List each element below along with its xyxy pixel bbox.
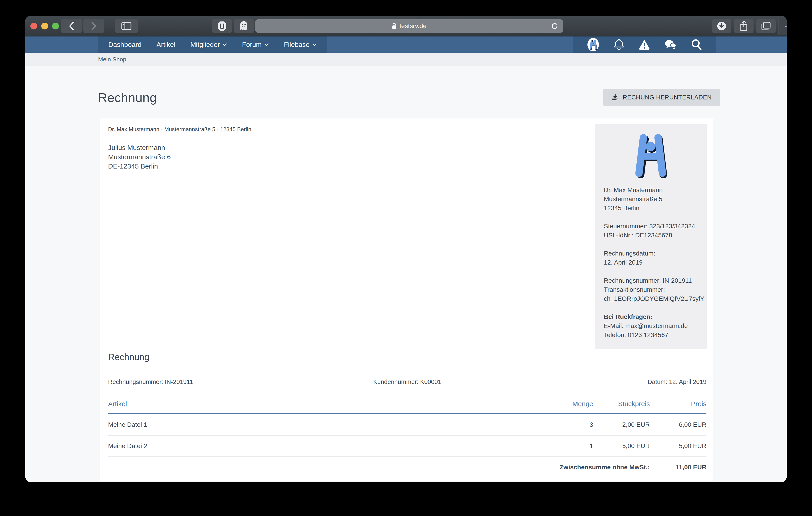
cell-qty: 3 bbox=[555, 414, 593, 435]
seller-tax-info: Steuernummer: 323/123/342324 USt.-IdNr.:… bbox=[604, 222, 698, 240]
table-row: Meine Datei 2 1 5,00 EUR 5,00 EUR bbox=[108, 435, 706, 457]
forward-button[interactable] bbox=[83, 19, 104, 33]
column-header-menge: Menge bbox=[555, 398, 593, 414]
seller-street: Mustermannstraße 5 bbox=[604, 194, 698, 204]
table-header-row: Artikel Menge Stückpreis Preis bbox=[108, 398, 706, 414]
invoice-number: Rechnungsnummer: IN-201911 bbox=[604, 276, 698, 285]
zoom-window-button[interactable] bbox=[52, 23, 59, 29]
main-navigation: Dashboard Artikel Mitglieder Forum bbox=[25, 36, 787, 53]
subtotal-row: Zwischensumme ohne MwSt.: 11,00 EUR bbox=[108, 457, 706, 478]
meta-date: Datum: 12. April 2019 bbox=[507, 378, 706, 386]
invoice-items-table: Artikel Menge Stückpreis Preis Meine Dat… bbox=[108, 398, 706, 478]
invoice-date-label: Rechnungsdatum: bbox=[604, 249, 698, 258]
contact-block: Bei Rückfragen: E-Mail: max@mustermann.d… bbox=[604, 312, 698, 339]
breadcrumb-item-mein-shop[interactable]: Mein Shop bbox=[98, 56, 126, 63]
ghostery-ghost-icon bbox=[239, 21, 248, 31]
page-content: Rechnung RECHUNG HERUNTERLADEN Dr. Max M… bbox=[25, 66, 787, 482]
desktop-background: testsrv.de bbox=[0, 0, 812, 516]
forward-chevron-icon bbox=[91, 22, 97, 31]
minimize-window-button[interactable] bbox=[41, 23, 48, 29]
downloads-button[interactable] bbox=[712, 19, 731, 33]
bell-icon bbox=[613, 38, 625, 51]
browser-window: testsrv.de bbox=[25, 16, 787, 482]
meta-customer-number: Kundennummer: K00001 bbox=[308, 378, 507, 386]
download-invoice-label: RECHUNG HERUNTERLADEN bbox=[623, 94, 712, 101]
chevron-down-icon bbox=[223, 43, 227, 46]
ghostery-extension-button[interactable] bbox=[234, 19, 254, 33]
seller-info-box: Dr. Max Mustermann Mustermannstraße 5 12… bbox=[595, 124, 707, 348]
address-bar[interactable]: testsrv.de bbox=[255, 19, 563, 33]
cell-price: 5,00 EUR bbox=[650, 435, 706, 457]
download-invoice-button[interactable]: RECHUNG HERUNTERLADEN bbox=[603, 89, 720, 106]
cell-unit-price: 2,00 EUR bbox=[593, 414, 650, 435]
page-title: Rechnung bbox=[98, 90, 157, 105]
site-logo-icon bbox=[587, 38, 599, 52]
contact-email: E-Mail: max@mustermann.de bbox=[604, 322, 698, 331]
column-header-stueckpreis: Stückpreis bbox=[593, 398, 650, 414]
transaction-id: ch_1EORrpJODYGEMjQfV2U7sylY bbox=[604, 294, 698, 303]
transaction-label: Transaktionsnummer: bbox=[604, 285, 698, 294]
download-icon bbox=[611, 94, 619, 101]
main-menu: Dashboard Artikel Mitglieder Forum bbox=[98, 36, 327, 53]
notifications-button[interactable] bbox=[613, 38, 625, 51]
lock-icon bbox=[392, 23, 397, 29]
search-button[interactable] bbox=[691, 39, 702, 51]
downloads-icon bbox=[717, 21, 727, 31]
warning-triangle-icon bbox=[638, 39, 650, 51]
moderation-button[interactable] bbox=[638, 39, 650, 51]
browser-titlebar: testsrv.de bbox=[25, 16, 787, 36]
chat-bubbles-icon bbox=[664, 39, 677, 50]
invoice-number-block: Rechnungsnummer: IN-201911 Transaktionsn… bbox=[604, 276, 698, 303]
user-avatar-logo[interactable] bbox=[587, 38, 599, 52]
nav-item-label: Dashboard bbox=[108, 41, 142, 49]
column-header-preis: Preis bbox=[650, 398, 706, 414]
chevron-down-icon bbox=[264, 43, 269, 46]
content-header: Rechnung RECHUNG HERUNTERLADEN bbox=[98, 88, 720, 107]
plus-icon bbox=[784, 22, 787, 31]
ublock-icon bbox=[217, 21, 227, 31]
nav-item-label: Forum bbox=[242, 41, 262, 49]
invoice-card: Dr. Max Mustermann - Mustermannstraße 5 … bbox=[100, 118, 713, 481]
seller-name: Dr. Max Mustermann bbox=[604, 185, 698, 194]
cell-article: Meine Datei 2 bbox=[108, 435, 555, 457]
tab-overview-icon bbox=[761, 21, 771, 31]
table-row: Meine Datei 1 3 2,00 EUR 6,00 EUR bbox=[108, 414, 706, 435]
seller-address: Dr. Max Mustermann Mustermannstraße 5 12… bbox=[604, 185, 698, 213]
tax-number: Steuernummer: 323/123/342324 bbox=[604, 222, 698, 231]
subtotal-label: Zwischensumme ohne MwSt.: bbox=[555, 457, 650, 478]
cell-article: Meine Datei 1 bbox=[108, 414, 555, 435]
share-icon bbox=[739, 20, 748, 32]
nav-item-mitglieder[interactable]: Mitglieder bbox=[183, 36, 234, 53]
nav-item-filebase[interactable]: Filebase bbox=[277, 36, 324, 53]
inquiries-label: Bei Rückfragen: bbox=[604, 312, 698, 322]
ublock-extension-button[interactable] bbox=[212, 19, 232, 33]
share-button[interactable] bbox=[734, 19, 754, 33]
column-header-artikel: Artikel bbox=[108, 398, 555, 414]
cell-price: 6,00 EUR bbox=[650, 414, 706, 435]
cell-qty: 1 bbox=[555, 435, 593, 457]
section-divider bbox=[108, 368, 706, 368]
back-button[interactable] bbox=[61, 19, 82, 33]
new-tab-button[interactable] bbox=[778, 18, 787, 35]
user-panel bbox=[573, 36, 716, 53]
subtotal-value: 11,00 EUR bbox=[650, 457, 706, 478]
reload-button[interactable] bbox=[551, 22, 559, 31]
invoice-date-block: Rechnungsdatum: 12. April 2019 bbox=[604, 249, 698, 267]
invoice-section-title: Rechnung bbox=[108, 352, 706, 362]
nav-item-label: Filebase bbox=[284, 41, 310, 49]
invoice-date-value: 12. April 2019 bbox=[604, 258, 698, 267]
tab-overview-button[interactable] bbox=[756, 19, 776, 33]
conversations-button[interactable] bbox=[664, 39, 677, 50]
cell-unit-price: 5,00 EUR bbox=[593, 435, 650, 457]
search-icon bbox=[691, 39, 702, 51]
breadcrumb: Mein Shop bbox=[25, 53, 787, 66]
chevron-down-icon bbox=[312, 43, 317, 46]
nav-item-dashboard[interactable]: Dashboard bbox=[101, 36, 149, 53]
nav-item-forum[interactable]: Forum bbox=[234, 36, 277, 53]
nav-item-artikel[interactable]: Artikel bbox=[149, 36, 183, 53]
contact-phone: Telefon: 0123 1234567 bbox=[604, 331, 698, 339]
sidebar-toggle-button[interactable] bbox=[115, 19, 138, 33]
company-logo bbox=[630, 131, 671, 180]
close-window-button[interactable] bbox=[30, 23, 37, 29]
nav-item-label: Mitglieder bbox=[190, 41, 220, 49]
